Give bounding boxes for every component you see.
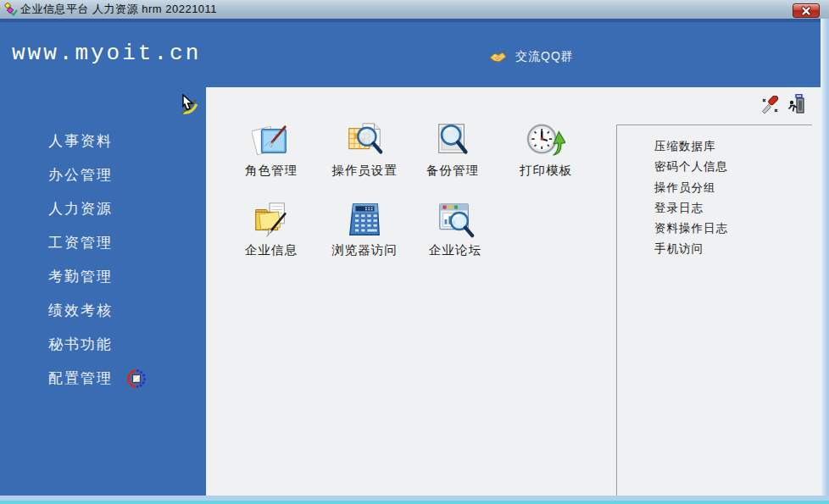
- qq-group-label: 交流QQ群: [515, 49, 574, 64]
- sidebar-item-performance-review[interactable]: 绩效考核: [0, 294, 206, 328]
- window-right-border: [821, 19, 829, 501]
- handshake-icon: [489, 50, 507, 64]
- menu-label: 人事资料: [48, 125, 113, 158]
- quick-links-panel: 压缩数据库 密码个人信息 操作员分组 登录日志 资料操作日志 手机访问: [654, 136, 728, 260]
- menu-label: 秘书功能: [48, 328, 113, 362]
- tile-label: 备份管理: [409, 163, 497, 179]
- menu-label: 配置管理: [48, 362, 113, 396]
- tile-label: 浏览器访问: [320, 242, 409, 258]
- tile-print-template[interactable]: 打印模板: [502, 121, 590, 179]
- calculator-icon: [345, 201, 384, 240]
- menu-label: 工资管理: [48, 226, 113, 260]
- backup-document-magnifier-icon: [433, 121, 472, 160]
- sidebar-item-personnel-data[interactable]: 人事资料: [0, 125, 206, 158]
- sidebar-item-secretary-functions[interactable]: 秘书功能: [0, 328, 206, 362]
- close-icon: [800, 6, 812, 16]
- cursor-bow-icon[interactable]: [180, 94, 202, 116]
- window-title: 企业信息平台 人力资源 hrm 20221011: [20, 2, 217, 17]
- app-window: 企业信息平台 人力资源 hrm 20221011 www.myoit.cn 交流…: [0, 0, 829, 504]
- sidebar-item-attendance-management[interactable]: 考勤管理: [0, 260, 206, 294]
- app-logo-icon: [3, 3, 18, 17]
- link-password-personal-info[interactable]: 密码个人信息: [654, 157, 728, 177]
- title-bar: 企业信息平台 人力资源 hrm 20221011: [0, 0, 829, 19]
- tile-operator-settings[interactable]: 操作员设置: [320, 121, 409, 179]
- sidebar-menu: 人事资料 办公管理 人力资源 工资管理 考勤管理 绩效考核 秘书功能 配置管理: [0, 125, 206, 396]
- tile-browser-access[interactable]: 浏览器访问: [320, 201, 409, 258]
- menu-label: 考勤管理: [48, 260, 113, 294]
- operator-chart-magnifier-icon: [345, 121, 384, 160]
- link-compress-database[interactable]: 压缩数据库: [654, 136, 728, 157]
- sidebar-item-config-management[interactable]: 配置管理: [0, 362, 206, 396]
- forum-window-magnifier-icon: [436, 201, 475, 240]
- panel-vertical-divider: [616, 125, 617, 496]
- sidebar-item-human-resources[interactable]: 人力资源: [0, 192, 206, 226]
- panel-horizontal-divider: [617, 125, 812, 125]
- tile-enterprise-info[interactable]: 企业信息: [227, 201, 315, 258]
- link-login-log[interactable]: 登录日志: [654, 198, 728, 219]
- tile-label: 企业信息: [227, 242, 315, 258]
- tile-enterprise-forum[interactable]: 企业论坛: [411, 201, 499, 258]
- sidebar: 人事资料 办公管理 人力资源 工资管理 考勤管理 绩效考核 秘书功能 配置管理: [0, 87, 206, 496]
- tile-label: 角色管理: [227, 163, 315, 179]
- exit-door-icon[interactable]: [787, 94, 805, 114]
- clock-green-arrow-icon: [526, 121, 565, 160]
- menu-label: 绩效考核: [48, 294, 113, 328]
- site-url: www.myoit.cn: [12, 41, 201, 66]
- page-header: www.myoit.cn 交流QQ群: [0, 19, 829, 87]
- sidebar-item-salary-management[interactable]: 工资管理: [0, 226, 206, 260]
- tile-label: 操作员设置: [320, 163, 409, 179]
- tile-backup-management[interactable]: 备份管理: [409, 121, 497, 179]
- qq-group-link[interactable]: 交流QQ群: [489, 49, 574, 64]
- sidebar-item-office-management[interactable]: 办公管理: [0, 158, 206, 192]
- tile-role-management[interactable]: 角色管理: [227, 121, 315, 179]
- close-button[interactable]: [793, 3, 820, 18]
- config-circle-icon: [126, 368, 147, 389]
- tile-label: 企业论坛: [411, 242, 499, 258]
- link-operator-groups[interactable]: 操作员分组: [654, 178, 728, 198]
- main-content: 角色管理 操作员设置 备: [206, 87, 821, 496]
- screen-bottom-edge: [0, 501, 829, 504]
- menu-label: 办公管理: [48, 158, 113, 192]
- link-data-operation-log[interactable]: 资料操作日志: [654, 219, 728, 239]
- menu-label: 人力资源: [48, 192, 113, 226]
- screwdriver-tools-icon[interactable]: [761, 96, 780, 114]
- folder-pen-icon: [252, 201, 291, 240]
- tile-label: 打印模板: [502, 163, 590, 179]
- role-canvas-pen-icon: [252, 121, 291, 160]
- link-mobile-access[interactable]: 手机访问: [654, 239, 728, 259]
